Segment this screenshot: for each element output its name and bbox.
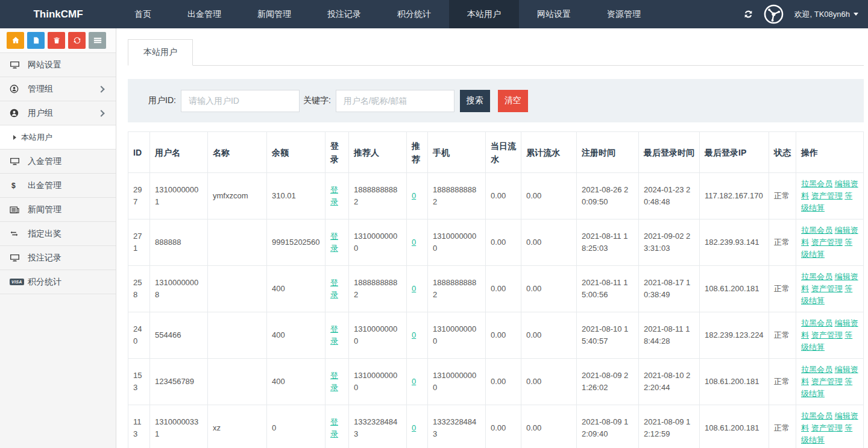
column-header: 注册时间	[577, 132, 639, 173]
cell-last-login-ip: 182.239.93.141	[700, 219, 769, 266]
cell-last-login-time: 2024-01-23 20:48:48	[639, 173, 700, 219]
keyword-input[interactable]	[336, 90, 454, 112]
cell-status: 正常	[769, 219, 796, 266]
recycle-icon[interactable]	[68, 32, 86, 49]
action-link[interactable]: 拉黑会员	[801, 272, 832, 281]
cell-register-time: 2021-08-09 12:09:40	[577, 405, 639, 448]
action-link[interactable]: 拉黑会员	[801, 365, 832, 374]
cell-phone: 13100000000	[428, 219, 486, 266]
sidebar-item-label: 入金管理	[28, 156, 61, 167]
cell-phone: 13323284843	[428, 405, 486, 448]
avatar[interactable]	[764, 4, 784, 24]
home-icon[interactable]	[7, 32, 24, 49]
action-link[interactable]: 拉黑会员	[801, 318, 832, 327]
referrals-link[interactable]: 0	[412, 330, 416, 339]
cell-username: 888888	[150, 219, 208, 266]
column-header: 推荐	[407, 132, 428, 173]
login-link[interactable]: 登录	[330, 185, 338, 206]
cell-last-login-ip: 108.61.200.181	[700, 266, 769, 312]
brand[interactable]: ThinkCMF	[0, 0, 116, 28]
cell-login: 登录	[326, 266, 349, 312]
sidebar-item[interactable]: 入金管理	[0, 149, 116, 173]
trash-icon[interactable]	[48, 32, 65, 49]
cell-balance: 310.01	[267, 173, 326, 219]
login-link[interactable]: 登录	[330, 278, 338, 299]
action-link[interactable]: 拉黑会员	[801, 226, 832, 235]
column-header: 名称	[208, 132, 267, 173]
sidebar-item-label: 投注记录	[28, 253, 61, 263]
sidebar-item[interactable]: $出金管理	[0, 173, 116, 197]
sidebar-item[interactable]: 用户组	[0, 101, 116, 125]
navbar-right: 欢迎, TK08yn6h	[743, 0, 868, 28]
referrals-link[interactable]: 0	[412, 423, 416, 432]
sidebar-item-label: 指定出奖	[28, 229, 61, 239]
cell-total-flow: 0.00	[521, 359, 577, 405]
refresh-icon[interactable]	[743, 9, 753, 19]
cell-actions: 拉黑会员 编辑资料 资产管理 等级结算	[796, 173, 864, 219]
file-icon[interactable]	[27, 32, 45, 49]
chevron-right-icon	[98, 86, 104, 92]
cell-referrer: 13323284843	[349, 405, 407, 448]
sidebar-item[interactable]: 本站用户	[0, 125, 116, 149]
admin-group-icon	[10, 84, 21, 93]
cell-referrer: 13100000000	[349, 219, 407, 266]
top-navbar: ThinkCMF 首页出金管理新闻管理投注记录积分统计本站用户网站设置资源管理 …	[0, 0, 868, 28]
search-button[interactable]: 搜索	[460, 90, 490, 112]
cell-actions: 拉黑会员 编辑资料 资产管理 等级结算	[796, 266, 864, 312]
user-menu[interactable]: 欢迎, TK08yn6h	[794, 9, 858, 20]
sidebar-item[interactable]: 新闻管理	[0, 197, 116, 221]
tab-bar: 本站用户	[128, 39, 864, 66]
cell-phone: 18888888882	[428, 173, 486, 219]
user-id-input[interactable]	[181, 90, 300, 112]
sidebar-item-label: 新闻管理	[28, 204, 61, 215]
nav-item[interactable]: 资源管理	[589, 0, 659, 28]
nav-item[interactable]: 新闻管理	[239, 0, 309, 28]
action-link[interactable]: 资产管理	[811, 330, 843, 339]
table-row: 25813100000008400登录188888888820188888888…	[128, 266, 864, 312]
referrals-link[interactable]: 0	[412, 377, 416, 386]
cell-login: 登录	[326, 405, 349, 448]
cell-total-flow: 0.00	[521, 173, 577, 219]
nav-item[interactable]: 积分统计	[379, 0, 449, 28]
action-link[interactable]: 资产管理	[811, 191, 843, 200]
main-nav: 首页出金管理新闻管理投注记录积分统计本站用户网站设置资源管理	[116, 0, 659, 28]
cell-username: 13100000008	[150, 266, 208, 312]
list-icon[interactable]	[89, 32, 106, 49]
cell-login: 登录	[326, 173, 349, 219]
cell-daily-flow: 0.00	[486, 312, 521, 359]
action-link[interactable]: 资产管理	[811, 238, 843, 247]
login-link[interactable]: 登录	[330, 417, 338, 438]
action-link[interactable]: 拉黑会员	[801, 411, 832, 420]
cell-id: 240	[128, 312, 150, 359]
nav-item[interactable]: 网站设置	[519, 0, 589, 28]
cell-name: xz	[208, 405, 267, 448]
referrals-link[interactable]: 0	[412, 191, 416, 200]
login-link[interactable]: 登录	[330, 232, 338, 253]
svg-text:$: $	[11, 181, 16, 190]
action-link[interactable]: 资产管理	[811, 377, 843, 386]
cell-total-flow: 0.00	[521, 266, 577, 312]
column-header: 推荐人	[349, 132, 407, 173]
cell-phone: 13100000000	[428, 312, 486, 359]
nav-item[interactable]: 投注记录	[309, 0, 379, 28]
login-link[interactable]: 登录	[330, 324, 338, 345]
sidebar-item[interactable]: 管理组	[0, 77, 116, 101]
cell-actions: 拉黑会员 编辑资料 资产管理 等级结算	[796, 312, 864, 359]
nav-item[interactable]: 首页	[116, 0, 169, 28]
clear-button[interactable]: 清空	[498, 90, 528, 112]
sidebar-item[interactable]: 网站设置	[0, 52, 116, 77]
nav-item[interactable]: 出金管理	[169, 0, 239, 28]
caret-right-icon	[13, 135, 16, 140]
sidebar-item[interactable]: 指定出奖	[0, 221, 116, 245]
nav-item[interactable]: 本站用户	[449, 0, 519, 28]
sidebar-item[interactable]: VISA积分统计	[0, 270, 116, 294]
login-link[interactable]: 登录	[330, 371, 338, 392]
action-link[interactable]: 资产管理	[811, 423, 843, 432]
tab-site-users[interactable]: 本站用户	[128, 39, 193, 66]
action-link[interactable]: 拉黑会员	[801, 179, 832, 188]
referrals-link[interactable]: 0	[412, 284, 416, 293]
sidebar-item[interactable]: 投注记录	[0, 245, 116, 270]
referrals-link[interactable]: 0	[412, 238, 416, 247]
table-row: 29713100000001ymfxzcom310.01登录1888888888…	[128, 173, 864, 219]
action-link[interactable]: 资产管理	[811, 284, 843, 293]
